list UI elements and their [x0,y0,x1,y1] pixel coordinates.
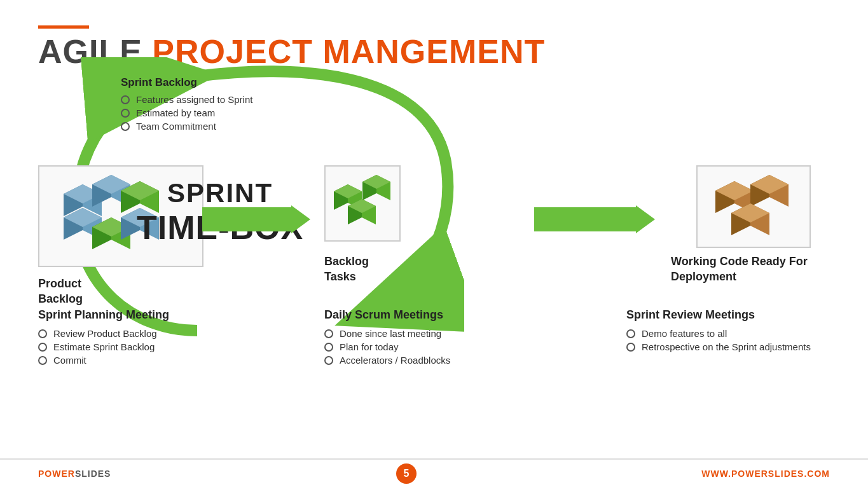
arrow-pb-to-bt [202,205,310,233]
footer-brand: POWERSLIDES [38,469,111,479]
daily-scrum-list: Done since last meeting Plan for today A… [324,328,521,366]
sprint-planning-list: Review Product Backlog Estimate Sprint B… [38,328,242,366]
list-item-text: Estimated by team [136,107,215,118]
list-item: Plan for today [324,341,521,352]
footer-website: WWW.POWERSLIDES.COM [701,469,830,479]
list-item-text: Team Commitment [136,121,216,132]
list-item: Done since last meeting [324,328,521,339]
bullet-icon [121,109,130,118]
sprint-review-title: Sprint Review Meetings [626,308,811,322]
list-item: Accelerators / Roadblocks [324,355,521,366]
middle-section: Backlog Tasks Daily Scrum Meetings Done … [324,83,451,442]
bullet-icon [324,356,333,365]
backlog-tasks-cubes-icon [331,172,394,235]
sprint-review-list: Demo features to all Retrospective on th… [626,328,811,352]
footer: POWERSLIDES 5 WWW.POWERSLIDES.COM [0,458,868,487]
list-item: Estimated by team [121,107,299,118]
daily-scrum-title: Daily Scrum Meetings [324,308,521,322]
list-item-text: Commit [53,355,86,366]
list-item-text: Estimate Sprint Backlog [53,341,155,352]
backlog-tasks-image-box [324,165,401,242]
footer-brand-accent: POWER [38,469,75,479]
bullet-icon [38,343,47,352]
bullet-icon [121,95,130,104]
sprint-backlog-list: Features assigned to Sprint Estimated by… [121,94,299,132]
sprint-review-section: Sprint Review Meetings Demo features to … [626,308,811,355]
list-item-text: Accelerators / Roadblocks [340,355,450,366]
list-item-text: Features assigned to Sprint [136,94,252,105]
bullet-icon [121,122,130,131]
sprint-backlog-title: Sprint Backlog [121,76,299,89]
list-item: Commit [38,355,242,366]
daily-scrum-section: Daily Scrum Meetings Done since last mee… [324,308,521,368]
list-item-text: Demo features to all [642,328,727,339]
list-item: Retrospective on the Sprint adjustments [626,341,811,352]
sprint-backlog-section: Sprint Backlog Features assigned to Spri… [121,76,299,134]
sprint-planning-title: Sprint Planning Meeting [38,308,242,322]
working-code-image-box [696,165,811,248]
working-code-label: Working Code Ready For Deployment [671,254,811,284]
sprint-planning-section: Sprint Planning Meeting Review Product B… [38,308,242,368]
bullet-icon [626,329,635,338]
bullet-icon [324,329,333,338]
bullet-icon [38,329,47,338]
list-item: Features assigned to Sprint [121,94,299,105]
list-item: Estimate Sprint Backlog [38,341,242,352]
list-item-text: Review Product Backlog [53,328,157,339]
bullet-icon [626,343,635,352]
footer-page-number: 5 [396,463,417,484]
bullet-icon [324,343,333,352]
left-section: Sprint Backlog Features assigned to Spri… [38,83,254,442]
list-item: Review Product Backlog [38,328,242,339]
bullet-icon [38,356,47,365]
timebox-sprint-text: SPRINT [137,178,303,209]
list-item-text: Plan for today [340,341,399,352]
content-area: SPRINT TIME-BOX Sprint Backlog Features … [38,83,830,442]
product-backlog-label: Product Backlog [38,277,83,306]
footer-brand-rest: SLIDES [75,469,111,479]
accent-line [38,25,89,29]
list-item-text: Done since last meeting [340,328,441,339]
list-item: Demo features to all [626,328,811,339]
working-code-cubes-icon [709,172,798,242]
page: AGILE PROJECT MANGEMENT SPRINT TIME-BOX [0,0,868,487]
list-item: Team Commitment [121,121,299,132]
list-item-text: Retrospective on the Sprint adjustments [642,341,811,352]
backlog-tasks-label: Backlog Tasks [324,254,369,284]
arrow-bt-to-wc [534,205,655,233]
